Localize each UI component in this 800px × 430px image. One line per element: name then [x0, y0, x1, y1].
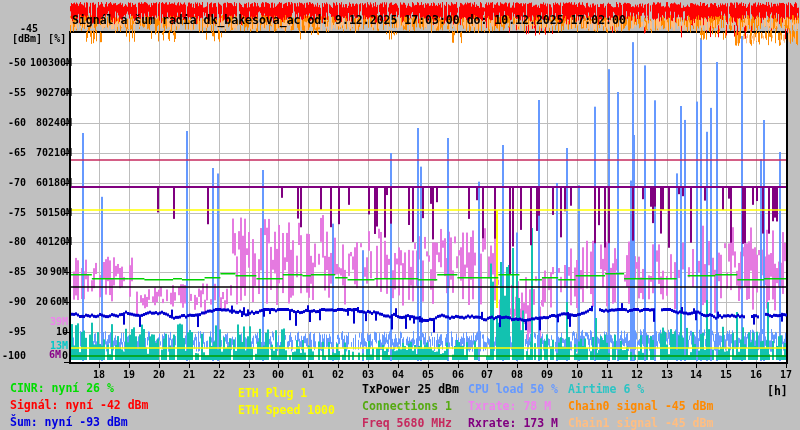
legend-item: CINR: nyní 26 %	[10, 381, 114, 395]
y-tick-pct: 90	[26, 87, 48, 98]
y-tick-dbm: -55	[0, 87, 26, 98]
y-tick-rate: 120M	[48, 236, 68, 247]
x-axis-hour-label: 14	[684, 369, 708, 380]
y-axis-tick-row: -9510	[0, 326, 68, 337]
x-axis-hour-label: 09	[535, 369, 559, 380]
y-tick-rate: 300M	[48, 57, 68, 68]
y-axis-tick-row: -902060M	[0, 296, 68, 307]
y-tick-dbm: -65	[0, 147, 26, 158]
y-tick-dbm: -60	[0, 117, 26, 128]
y-tick-pct: 70	[26, 147, 48, 158]
x-axis-unit-label: [h]	[767, 384, 788, 398]
chart-plot-canvas	[0, 0, 800, 430]
y-tick-pct: 40	[26, 236, 48, 247]
y-axis-rate-marker: 6M	[21, 349, 61, 360]
y-tick-pct: 20	[26, 296, 48, 307]
legend-item: TxPower 25 dBm	[362, 382, 459, 396]
y-tick-dbm: -80	[0, 236, 26, 247]
y-tick-pct: 30	[26, 266, 48, 277]
legend-item: ETH Plug 1	[238, 386, 307, 400]
y-tick-rate: 210M	[48, 147, 68, 158]
y-axis-tick-row: -6570210M	[0, 147, 68, 158]
rrd-signal-graph: Signál a šum radia dk_bakesova_ac od: 9.…	[0, 0, 800, 430]
x-axis-hour-label: 03	[356, 369, 380, 380]
legend-item: Chain1 signal -45 dBm	[568, 416, 713, 430]
x-axis-hour-label: 06	[446, 369, 470, 380]
x-axis-hour-label: 18	[87, 369, 111, 380]
y-tick-pct: 80	[26, 117, 48, 128]
x-axis-hour-label: 13	[655, 369, 679, 380]
legend-item: Signál: nyní -42 dBm	[10, 398, 148, 412]
y-tick-dbm: -50	[0, 57, 26, 68]
y-tick-pct: 50	[26, 207, 48, 218]
x-axis-hour-label: 07	[475, 369, 499, 380]
legend-item: Airtime 6 %	[568, 382, 644, 396]
y-tick-dbm: -95	[0, 326, 26, 337]
y-axis-tick-row: -7060180M	[0, 177, 68, 188]
y-tick-rate: 150M	[48, 207, 68, 218]
y-tick-rate: 240M	[48, 117, 68, 128]
x-axis-hour-label: 08	[505, 369, 529, 380]
x-axis-hour-label: 23	[237, 369, 261, 380]
legend-item: Rxrate: 173 M	[468, 416, 558, 430]
legend-item: Šum: nyní -93 dBm	[10, 415, 128, 429]
x-axis-hour-label: 17	[774, 369, 798, 380]
x-axis-hour-label: 22	[207, 369, 231, 380]
y-tick-dbm: -75	[0, 207, 26, 218]
y-axis-tick-row: -5590270M	[0, 87, 68, 98]
x-axis-hour-label: 02	[326, 369, 350, 380]
x-axis-hour-label: 20	[147, 369, 171, 380]
legend-item: ETH Speed 1000	[238, 403, 335, 417]
y-tick-pct	[26, 326, 48, 337]
y-axis-tick-row: -853090M	[0, 266, 68, 277]
x-axis-hour-label: 21	[177, 369, 201, 380]
legend-item: Txrate: 78 M	[468, 399, 551, 413]
x-axis-hour-label: 10	[565, 369, 589, 380]
legend-item: Chain0 signal -45 dBm	[568, 399, 713, 413]
y-axis-tick-row: -50100300M	[0, 57, 68, 68]
x-axis-hour-label: 05	[416, 369, 440, 380]
y-tick-pct: 60	[26, 177, 48, 188]
x-axis-hour-label: 04	[386, 369, 410, 380]
x-axis-hour-label: 12	[625, 369, 649, 380]
y-tick-rate: 10	[48, 326, 68, 337]
x-axis-hour-label: 01	[296, 369, 320, 380]
y-tick-rate: 270M	[48, 87, 68, 98]
y-tick-rate: 90M	[48, 266, 68, 277]
legend-item: Connections 1	[362, 399, 452, 413]
chart-title: Signál a šum radia dk_bakesova_ac od: 9.…	[72, 13, 626, 27]
y-tick-rate: 60M	[48, 296, 68, 307]
y-tick-dbm: -70	[0, 177, 26, 188]
x-axis-hour-label: 11	[595, 369, 619, 380]
y-axis-unit-label: [dBm] [%]	[12, 33, 66, 44]
y-tick-dbm: -90	[0, 296, 26, 307]
x-axis-hour-label: 00	[266, 369, 290, 380]
y-tick-pct: 100	[26, 57, 48, 68]
y-axis-rate-marker: 39M	[28, 316, 68, 327]
x-axis-hour-label: 16	[744, 369, 768, 380]
x-axis-hour-label: 19	[117, 369, 141, 380]
y-axis-tick-row: -7550150M	[0, 207, 68, 218]
y-axis-tick-row: -6080240M	[0, 117, 68, 128]
y-axis-tick-row: -8040120M	[0, 236, 68, 247]
y-tick-rate: 180M	[48, 177, 68, 188]
x-axis-hour-label: 15	[714, 369, 738, 380]
legend-item: CPU load 50 %	[468, 382, 558, 396]
y-tick-dbm: -85	[0, 266, 26, 277]
legend-item: Freq 5680 MHz	[362, 416, 452, 430]
